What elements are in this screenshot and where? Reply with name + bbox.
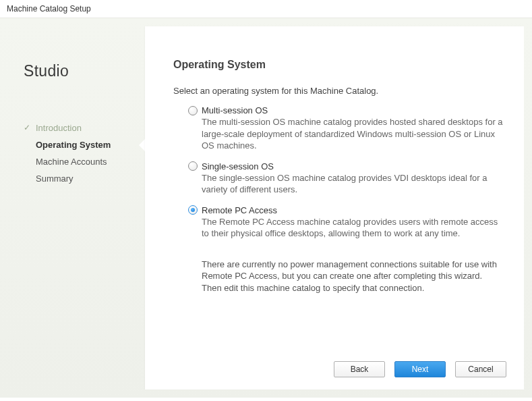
step-machine-accounts[interactable]: Machine Accounts bbox=[24, 153, 145, 170]
radio-icon[interactable] bbox=[188, 205, 198, 215]
os-options-group: Multi-session OS The multi-session OS ma… bbox=[173, 105, 504, 294]
main-panel: Operating System Select an operating sys… bbox=[145, 26, 524, 390]
option-head[interactable]: Single-session OS bbox=[188, 161, 504, 171]
wizard-sidebar: Studio Introduction Operating System Mac… bbox=[0, 18, 145, 398]
option-single-session-os[interactable]: Single-session OS The single-session OS … bbox=[188, 161, 504, 196]
step-label: Introduction bbox=[36, 123, 82, 133]
step-operating-system[interactable]: Operating System bbox=[24, 136, 145, 153]
step-label: Summary bbox=[36, 173, 73, 184]
option-head[interactable]: Multi-session OS bbox=[188, 105, 504, 115]
option-head[interactable]: Remote PC Access bbox=[188, 205, 504, 215]
button-bar: Back Next Cancel bbox=[334, 361, 506, 377]
option-label: Multi-session OS bbox=[202, 105, 268, 115]
cancel-button[interactable]: Cancel bbox=[455, 361, 506, 377]
wizard-steps: Introduction Operating System Machine Ac… bbox=[24, 119, 145, 187]
step-label: Machine Accounts bbox=[36, 157, 107, 167]
option-description: The multi-session OS machine catalog pro… bbox=[188, 116, 504, 152]
step-label: Operating System bbox=[36, 140, 111, 150]
back-button[interactable]: Back bbox=[334, 361, 385, 377]
wizard-body: Studio Introduction Operating System Mac… bbox=[0, 18, 532, 398]
radio-icon[interactable] bbox=[188, 106, 198, 115]
next-button[interactable]: Next bbox=[394, 361, 446, 377]
step-summary[interactable]: Summary bbox=[24, 170, 145, 187]
option-label: Remote PC Access bbox=[202, 205, 277, 215]
panel-subtitle: Select an operating system for this Mach… bbox=[173, 86, 504, 96]
step-introduction[interactable]: Introduction bbox=[24, 119, 145, 136]
window-title: Machine Catalog Setup bbox=[0, 0, 532, 18]
option-multi-session-os[interactable]: Multi-session OS The multi-session OS ma… bbox=[188, 105, 504, 152]
radio-icon[interactable] bbox=[188, 161, 198, 171]
option-remote-pc-access[interactable]: Remote PC Access The Remote PC Access ma… bbox=[188, 205, 504, 240]
option-description: The Remote PC Access machine catalog pro… bbox=[188, 216, 504, 240]
info-text: There are currently no power management … bbox=[188, 259, 504, 294]
option-label: Single-session OS bbox=[202, 161, 274, 171]
option-description: The single-session OS machine catalog pr… bbox=[188, 172, 504, 196]
panel-heading: Operating System bbox=[173, 59, 504, 71]
brand-title: Studio bbox=[24, 62, 145, 80]
